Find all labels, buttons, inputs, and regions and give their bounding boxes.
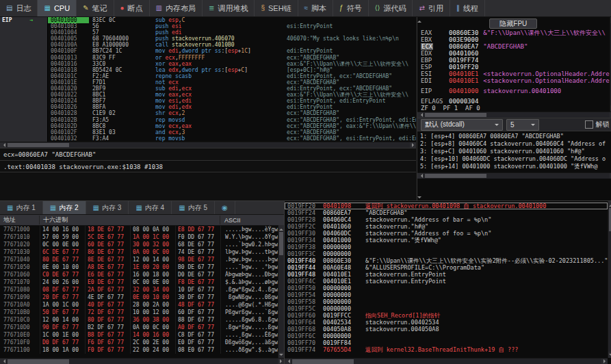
dump-row[interactable]: 776710C012 00 14 0080 DF 67 7736 00 38 0… — [0, 316, 278, 324]
register-row-edi[interactable]: EDI004010E1<stackoverrun.OptionalHeader.… — [417, 77, 610, 84]
disasm-row[interactable]: 0040102BF3:A5rep movsdecx:"ABCDEFGHAB", … — [0, 117, 416, 123]
flags-row[interactable]: ZF 0 PF 1 AF 0 — [417, 105, 610, 112]
scroll-up-arrow-icon[interactable] — [278, 225, 284, 231]
stack-row[interactable]: 0019FF30004060DCstackoverrun."Address of… — [285, 230, 608, 237]
tab-references[interactable]: ⇄引用 — [413, 0, 450, 16]
disasm-row[interactable]: 004010188D5424 0Clea edx,dword ptr ss:[e… — [0, 67, 416, 73]
arg-count-select[interactable]: 5 — [506, 119, 539, 131]
dump-row[interactable]: 7767107024 00 26 00E0 DE 67 770C 00 0E 0… — [0, 278, 278, 286]
disasm-row[interactable]: 004010228BC1mov eax,ecxeax:&"F:\\Upan\\课… — [0, 92, 416, 98]
scroll-left-arrow-icon[interactable] — [285, 359, 291, 364]
dump-row[interactable]: 776710200C 00 0E 0060 DE 67 7730 00 32 0… — [0, 241, 278, 248]
register-row-eflags[interactable]: EFLAGS00000304 — [417, 98, 610, 105]
dump-tab-memory-4[interactable]: ▦内存 4 — [129, 201, 172, 214]
scroll-down-arrow-icon[interactable] — [608, 352, 611, 358]
argument-row[interactable]: 5: [esp+14] 00401000 stackoverrun.004010… — [417, 163, 611, 170]
disasm-row[interactable]: 004010268BFAmov edi,edxedi:EntryPoint — [0, 104, 416, 110]
dump-vscrollbar[interactable] — [278, 225, 284, 358]
scroll-left-arrow-icon[interactable] — [0, 359, 6, 364]
disasm-row[interactable]: 00401028C1E9 02shr ecx,2ecx:"ABCDEFGHAB" — [0, 110, 416, 116]
dump-row[interactable]: 7767100014 00 16 0018 DE 67 7708 00 0A 0… — [0, 226, 278, 233]
argument-row[interactable]: 2: [esp+8] 004060C4 stackoverrun.004060C… — [417, 140, 611, 148]
dump-row[interactable]: 776710B050 DF 67 7772 DF 67 7710 00 12 0… — [0, 309, 278, 316]
disasm-row[interactable]: 004010202BF9sub edi,ecxedi:EntryPoint, e… — [0, 86, 416, 92]
disasm-row[interactable]: 0040101CF2:AErepne scasbedi:EntryPoint, … — [0, 73, 416, 79]
dump-row[interactable]: 776710E01C 00 1E 00B8 DF 67 7714 00 16 0… — [0, 331, 278, 339]
tab-breakpoints[interactable]: ●断点 — [114, 0, 150, 16]
scroll-thumb[interactable] — [279, 232, 283, 255]
scroll-thumb[interactable] — [425, 174, 486, 178]
scroll-right-arrow-icon[interactable] — [410, 142, 416, 148]
calling-convention-select[interactable]: 默认 (stdcall) — [421, 119, 503, 131]
argument-row[interactable]: 3: [esp+C] 00401060 stackoverrun.0040106… — [417, 148, 611, 155]
stack-row[interactable]: 0019FF4400A60E48&"ALLUSERSPROFILE=C:\\Pr… — [285, 264, 608, 271]
scroll-left-arrow-icon[interactable] — [417, 173, 424, 179]
register-row-edx[interactable]: EDX00401060 — [417, 50, 610, 57]
argument-row[interactable]: 4: [esp+10] 004060DC stackoverrun.004060… — [417, 155, 611, 163]
stack-row[interactable]: 0019FF700019FF84 — [285, 339, 608, 346]
stack-row[interactable]: 0019FF5400000000 — [285, 291, 608, 298]
dump-tab-memory-2[interactable]: ▦内存 2 — [43, 201, 86, 214]
tab-cpu[interactable]: ▦CPU — [38, 0, 77, 16]
dump-row[interactable]: 776710306C DE 67 7786 DE 67 770A 00 0C 0… — [0, 248, 278, 256]
disassembly-hscrollbar[interactable] — [0, 142, 416, 148]
tab-call-stack[interactable]: ≣调用堆栈 — [203, 0, 255, 16]
scroll-right-arrow-icon[interactable] — [278, 359, 284, 364]
dump-row[interactable]: 7767104080 DE 67 778E DE 67 7712 00 14 0… — [0, 256, 278, 263]
scroll-down-arrow-icon[interactable] — [278, 352, 284, 358]
dump-row[interactable]: 7767108008 DF 67 772A DF 67 7732 00 34 0… — [0, 286, 278, 294]
dump-tab-memory-1[interactable]: ▦内存 1 — [0, 201, 43, 214]
hide-fpu-button[interactable]: 隐藏FPU — [489, 18, 537, 29]
register-row-esp[interactable]: ESP0019FF20 — [417, 64, 610, 70]
disasm-row[interactable]: 0040100F8B7C24 1Cmov edi,dword ptr ss:[e… — [0, 48, 416, 54]
stack-row[interactable]: 0019FF2C00401060stackoverrun."h#@" — [285, 223, 608, 230]
unlock-checkbox[interactable]: 解锁 — [585, 120, 610, 129]
disasm-row[interactable]: 0040102F83E1 03and ecx,3ecx:"ABCDEFGHAB" — [0, 129, 416, 135]
disasm-row[interactable]: 0040101633C0xor eax,eaxeax:&"F:\\Upan\\课… — [0, 61, 416, 67]
disasm-row[interactable]: 0040100AE8 A1000000call stackoverrun.401… — [0, 42, 416, 48]
disasm-row[interactable]: 0040101383C9 FFor ecx,FFFFFFFFecx:"ABCDE… — [0, 55, 416, 61]
tab-memory-map[interactable]: ▥内存布局 — [150, 0, 203, 16]
register-row-ebp[interactable]: EBP0019FF74 — [417, 57, 610, 64]
stack-row[interactable]: 0019FF3400401000stackoverrun."烫fVWh@" — [285, 237, 608, 244]
dump-tab-watch[interactable]: ◉ — [215, 201, 235, 214]
tab-notes[interactable]: ✎笔记 — [77, 0, 114, 16]
stack-row[interactable]: 0019FF5000000000 — [285, 285, 608, 291]
dump-row[interactable]: 776710D090 DF 67 77B2 DF 67 770A 00 0C 0… — [0, 324, 278, 331]
stack-row[interactable]: 0019FF28004060C4stackoverrun."Address of… — [285, 216, 608, 223]
dump-row[interactable]: 77671060C0 DE 67 77E6 DE 67 7716 00 18 0… — [0, 271, 278, 278]
stack-row[interactable]: 0019FF6C00000000 — [285, 333, 608, 339]
arguments-hscrollbar[interactable] — [417, 172, 611, 179]
dump-tab-memory-3[interactable]: ▦内存 3 — [86, 201, 129, 214]
register-row-eax[interactable]: EAX00860E30&"F:\\Upan\\课件\\大三上\\软件安全\\ — [417, 29, 610, 36]
stack-row[interactable]: 0019FF5C00000000 — [285, 305, 608, 312]
dump-row[interactable]: 7767110018 00 1A 00F0 DF 67 7722 00 24 0… — [0, 346, 278, 354]
scroll-right-arrow-icon[interactable] — [601, 359, 608, 364]
stack-row[interactable]: 0019FF68004050A8stackoverrun.004050A8 — [285, 326, 608, 333]
scroll-left-arrow-icon[interactable] — [0, 142, 6, 148]
scroll-thumb[interactable] — [8, 359, 69, 364]
disasm-row[interactable]: 004010248BF7mov esi,ediesi:EntryPoint, e… — [0, 98, 416, 104]
disasm-row[interactable]: 0040100568 70604000push stackoverrun.406… — [0, 36, 416, 42]
scroll-thumb[interactable] — [425, 113, 486, 117]
disasm-row[interactable]: 00401032F3:A4rep movsbecx:"ABCDEFGHAB", … — [0, 135, 416, 142]
disasm-row[interactable]: 0040100356push esiesi:EntryPoint — [0, 23, 416, 29]
dump-row[interactable]: 776710F0D0 DF 67 77F6 DF 67 772C 00 2E 0… — [0, 339, 278, 346]
register-row-ebx[interactable]: EBX003E9000 — [417, 36, 610, 43]
scroll-up-arrow-icon[interactable] — [608, 201, 611, 207]
tab-source[interactable]: ⟨⟩源代码 — [369, 0, 413, 16]
dump-row[interactable]: 7767109020 DF 67 774E DF 67 770E 00 10 0… — [0, 294, 278, 301]
scroll-thumb[interactable] — [8, 143, 69, 147]
tab-symbols[interactable]: ƒ符号 — [333, 0, 369, 16]
disasm-row[interactable]: 0040100457push edi — [0, 29, 416, 36]
stack-row[interactable]: 0019FF74767655D4返回到 kernel32.BaseThreadI… — [285, 346, 608, 353]
register-row-eip[interactable]: EIP00401000stackoverrun.00401000 — [417, 88, 610, 94]
dump-row[interactable]: 776710A01A 00 1C 0040 DF 67 7728 00 2A 0… — [0, 301, 278, 309]
dump-row[interactable]: 776710500E 00 10 00A8 DE 67 771E 00 20 0… — [0, 263, 278, 271]
stack-row[interactable]: 0019FF3800000000 — [285, 244, 608, 250]
tab-script[interactable]: ≈脚本 — [298, 0, 334, 16]
stack-row[interactable]: 0019FF5800000000 — [285, 298, 608, 305]
stack-hscrollbar[interactable] — [285, 358, 608, 364]
argument-row[interactable]: 1: [esp+4] 00860EA7 00860EA7 "ABCDEFGHAB… — [417, 133, 611, 140]
stack-row[interactable]: 0019FF4000860E30&"F:\\Upan\\课件\\大三上\\软件安… — [285, 257, 608, 264]
